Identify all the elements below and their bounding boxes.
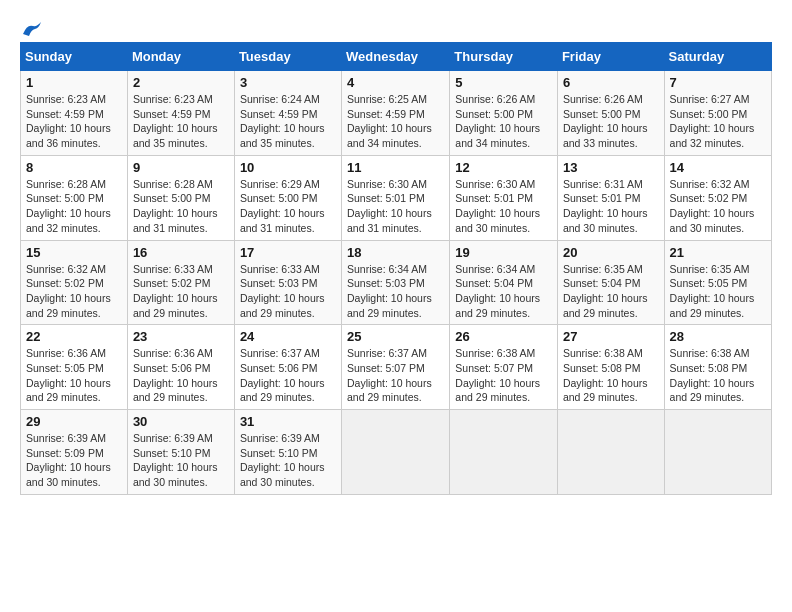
day-info: Sunrise: 6:37 AM Sunset: 5:06 PM Dayligh… bbox=[240, 346, 336, 405]
day-number: 8 bbox=[26, 160, 122, 175]
day-info: Sunrise: 6:39 AM Sunset: 5:10 PM Dayligh… bbox=[133, 431, 229, 490]
day-number: 28 bbox=[670, 329, 766, 344]
day-info: Sunrise: 6:35 AM Sunset: 5:05 PM Dayligh… bbox=[670, 262, 766, 321]
day-info: Sunrise: 6:35 AM Sunset: 5:04 PM Dayligh… bbox=[563, 262, 659, 321]
day-number: 22 bbox=[26, 329, 122, 344]
day-number: 2 bbox=[133, 75, 229, 90]
day-number: 24 bbox=[240, 329, 336, 344]
logo-bird-icon bbox=[21, 20, 43, 38]
calendar-cell: 5 Sunrise: 6:26 AM Sunset: 5:00 PM Dayli… bbox=[450, 71, 558, 156]
day-info: Sunrise: 6:28 AM Sunset: 5:00 PM Dayligh… bbox=[133, 177, 229, 236]
day-info: Sunrise: 6:28 AM Sunset: 5:00 PM Dayligh… bbox=[26, 177, 122, 236]
day-number: 1 bbox=[26, 75, 122, 90]
calendar-cell: 4 Sunrise: 6:25 AM Sunset: 4:59 PM Dayli… bbox=[342, 71, 450, 156]
calendar-cell: 14 Sunrise: 6:32 AM Sunset: 5:02 PM Dayl… bbox=[664, 155, 771, 240]
col-header-monday: Monday bbox=[127, 43, 234, 71]
day-number: 13 bbox=[563, 160, 659, 175]
day-info: Sunrise: 6:32 AM Sunset: 5:02 PM Dayligh… bbox=[670, 177, 766, 236]
day-info: Sunrise: 6:27 AM Sunset: 5:00 PM Dayligh… bbox=[670, 92, 766, 151]
day-info: Sunrise: 6:39 AM Sunset: 5:10 PM Dayligh… bbox=[240, 431, 336, 490]
calendar-cell: 31 Sunrise: 6:39 AM Sunset: 5:10 PM Dayl… bbox=[234, 410, 341, 495]
day-info: Sunrise: 6:26 AM Sunset: 5:00 PM Dayligh… bbox=[563, 92, 659, 151]
calendar-cell bbox=[664, 410, 771, 495]
day-number: 6 bbox=[563, 75, 659, 90]
day-info: Sunrise: 6:38 AM Sunset: 5:07 PM Dayligh… bbox=[455, 346, 552, 405]
day-info: Sunrise: 6:26 AM Sunset: 5:00 PM Dayligh… bbox=[455, 92, 552, 151]
day-info: Sunrise: 6:32 AM Sunset: 5:02 PM Dayligh… bbox=[26, 262, 122, 321]
col-header-sunday: Sunday bbox=[21, 43, 128, 71]
day-info: Sunrise: 6:37 AM Sunset: 5:07 PM Dayligh… bbox=[347, 346, 444, 405]
day-number: 23 bbox=[133, 329, 229, 344]
day-info: Sunrise: 6:25 AM Sunset: 4:59 PM Dayligh… bbox=[347, 92, 444, 151]
day-info: Sunrise: 6:30 AM Sunset: 5:01 PM Dayligh… bbox=[455, 177, 552, 236]
col-header-wednesday: Wednesday bbox=[342, 43, 450, 71]
day-number: 27 bbox=[563, 329, 659, 344]
calendar-cell: 11 Sunrise: 6:30 AM Sunset: 5:01 PM Dayl… bbox=[342, 155, 450, 240]
day-info: Sunrise: 6:29 AM Sunset: 5:00 PM Dayligh… bbox=[240, 177, 336, 236]
day-info: Sunrise: 6:24 AM Sunset: 4:59 PM Dayligh… bbox=[240, 92, 336, 151]
logo bbox=[20, 20, 44, 32]
calendar-cell: 27 Sunrise: 6:38 AM Sunset: 5:08 PM Dayl… bbox=[557, 325, 664, 410]
calendar-cell: 29 Sunrise: 6:39 AM Sunset: 5:09 PM Dayl… bbox=[21, 410, 128, 495]
day-info: Sunrise: 6:39 AM Sunset: 5:09 PM Dayligh… bbox=[26, 431, 122, 490]
day-number: 25 bbox=[347, 329, 444, 344]
day-number: 20 bbox=[563, 245, 659, 260]
calendar-cell: 25 Sunrise: 6:37 AM Sunset: 5:07 PM Dayl… bbox=[342, 325, 450, 410]
calendar-cell bbox=[450, 410, 558, 495]
day-number: 21 bbox=[670, 245, 766, 260]
day-number: 30 bbox=[133, 414, 229, 429]
col-header-friday: Friday bbox=[557, 43, 664, 71]
day-number: 9 bbox=[133, 160, 229, 175]
day-number: 31 bbox=[240, 414, 336, 429]
calendar-cell: 16 Sunrise: 6:33 AM Sunset: 5:02 PM Dayl… bbox=[127, 240, 234, 325]
col-header-tuesday: Tuesday bbox=[234, 43, 341, 71]
calendar-cell: 8 Sunrise: 6:28 AM Sunset: 5:00 PM Dayli… bbox=[21, 155, 128, 240]
day-number: 3 bbox=[240, 75, 336, 90]
day-number: 12 bbox=[455, 160, 552, 175]
day-number: 10 bbox=[240, 160, 336, 175]
day-info: Sunrise: 6:34 AM Sunset: 5:03 PM Dayligh… bbox=[347, 262, 444, 321]
day-number: 15 bbox=[26, 245, 122, 260]
calendar-cell: 30 Sunrise: 6:39 AM Sunset: 5:10 PM Dayl… bbox=[127, 410, 234, 495]
calendar-cell: 24 Sunrise: 6:37 AM Sunset: 5:06 PM Dayl… bbox=[234, 325, 341, 410]
calendar-cell: 2 Sunrise: 6:23 AM Sunset: 4:59 PM Dayli… bbox=[127, 71, 234, 156]
calendar-cell: 10 Sunrise: 6:29 AM Sunset: 5:00 PM Dayl… bbox=[234, 155, 341, 240]
day-info: Sunrise: 6:36 AM Sunset: 5:06 PM Dayligh… bbox=[133, 346, 229, 405]
day-number: 14 bbox=[670, 160, 766, 175]
col-header-thursday: Thursday bbox=[450, 43, 558, 71]
day-number: 19 bbox=[455, 245, 552, 260]
day-info: Sunrise: 6:33 AM Sunset: 5:03 PM Dayligh… bbox=[240, 262, 336, 321]
calendar-cell bbox=[557, 410, 664, 495]
calendar-cell: 22 Sunrise: 6:36 AM Sunset: 5:05 PM Dayl… bbox=[21, 325, 128, 410]
calendar-table: SundayMondayTuesdayWednesdayThursdayFrid… bbox=[20, 42, 772, 495]
day-info: Sunrise: 6:38 AM Sunset: 5:08 PM Dayligh… bbox=[670, 346, 766, 405]
calendar-cell: 21 Sunrise: 6:35 AM Sunset: 5:05 PM Dayl… bbox=[664, 240, 771, 325]
day-info: Sunrise: 6:23 AM Sunset: 4:59 PM Dayligh… bbox=[133, 92, 229, 151]
calendar-cell: 19 Sunrise: 6:34 AM Sunset: 5:04 PM Dayl… bbox=[450, 240, 558, 325]
calendar-cell: 6 Sunrise: 6:26 AM Sunset: 5:00 PM Dayli… bbox=[557, 71, 664, 156]
col-header-saturday: Saturday bbox=[664, 43, 771, 71]
day-number: 29 bbox=[26, 414, 122, 429]
day-info: Sunrise: 6:38 AM Sunset: 5:08 PM Dayligh… bbox=[563, 346, 659, 405]
day-number: 7 bbox=[670, 75, 766, 90]
day-info: Sunrise: 6:36 AM Sunset: 5:05 PM Dayligh… bbox=[26, 346, 122, 405]
calendar-cell bbox=[342, 410, 450, 495]
calendar-cell: 1 Sunrise: 6:23 AM Sunset: 4:59 PM Dayli… bbox=[21, 71, 128, 156]
calendar-cell: 3 Sunrise: 6:24 AM Sunset: 4:59 PM Dayli… bbox=[234, 71, 341, 156]
page-header bbox=[20, 20, 772, 32]
day-number: 11 bbox=[347, 160, 444, 175]
calendar-cell: 23 Sunrise: 6:36 AM Sunset: 5:06 PM Dayl… bbox=[127, 325, 234, 410]
day-number: 16 bbox=[133, 245, 229, 260]
day-number: 18 bbox=[347, 245, 444, 260]
day-number: 5 bbox=[455, 75, 552, 90]
day-info: Sunrise: 6:33 AM Sunset: 5:02 PM Dayligh… bbox=[133, 262, 229, 321]
calendar-cell: 12 Sunrise: 6:30 AM Sunset: 5:01 PM Dayl… bbox=[450, 155, 558, 240]
calendar-cell: 26 Sunrise: 6:38 AM Sunset: 5:07 PM Dayl… bbox=[450, 325, 558, 410]
calendar-cell: 18 Sunrise: 6:34 AM Sunset: 5:03 PM Dayl… bbox=[342, 240, 450, 325]
day-info: Sunrise: 6:23 AM Sunset: 4:59 PM Dayligh… bbox=[26, 92, 122, 151]
day-number: 26 bbox=[455, 329, 552, 344]
calendar-cell: 13 Sunrise: 6:31 AM Sunset: 5:01 PM Dayl… bbox=[557, 155, 664, 240]
day-info: Sunrise: 6:30 AM Sunset: 5:01 PM Dayligh… bbox=[347, 177, 444, 236]
day-info: Sunrise: 6:34 AM Sunset: 5:04 PM Dayligh… bbox=[455, 262, 552, 321]
calendar-cell: 17 Sunrise: 6:33 AM Sunset: 5:03 PM Dayl… bbox=[234, 240, 341, 325]
